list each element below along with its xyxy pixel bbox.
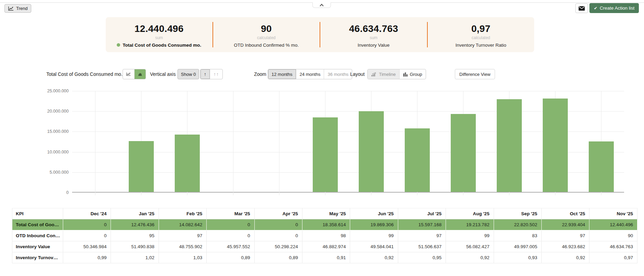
table-value-cell: 0 [63,230,111,241]
up-arrow-icon: ↑ [204,71,206,77]
table-value-cell: 99 [446,230,494,241]
y-axis-tick-label: 5.000.000 [0,170,69,175]
chart-type-line-button[interactable] [123,69,134,79]
table-value-cell: 46.634.763 [589,241,637,252]
kpi-value: 12.440.496 [135,23,184,34]
kpi-summary-band: 12.440.496 sum Total Cost of Goods Consu… [106,17,534,52]
table-value-cell: 51.490.838 [111,241,159,252]
y-axis-tick-label: 20.000.000 [0,108,69,114]
table-value-cell: 0,91 [302,252,350,263]
layout-toggle: Timeline Group [367,69,426,79]
layout-group-label: Group [410,72,422,77]
table-value-cell: 95 [111,230,159,241]
chart-type-toggle [123,69,146,79]
month-column-header: Sep '25 [494,208,541,219]
table-row: OTD Inbound Confirmed % mo.0959700989997… [12,230,637,241]
table-header-row: KPIDec '24Jan '25Feb '25Mar '25Apr '25Ma… [12,208,637,219]
trend-button-label: Trend [16,6,27,11]
chart-bar[interactable] [497,99,522,192]
y-axis-tick-label: 10.000.000 [0,149,69,155]
table-value-cell: 49.997.005 [494,241,541,252]
table-value-cell: 97 [542,230,589,241]
series-color-dot-icon [117,43,120,47]
kpi-column-header: KPI [12,208,63,219]
double-up-arrow-icon: ↑↑ [214,71,219,77]
kpi-card-inventory-value[interactable]: 46.634.763 sum Inventory Value [320,17,427,52]
kpi-card-total-cost[interactable]: 12.440.496 sum Total Cost of Goods Consu… [106,17,212,52]
chart-bar[interactable] [359,111,384,192]
table-value-cell: 12.476.436 [111,219,159,230]
table-value-cell: 19.213.782 [446,219,494,230]
table-value-cell: 14.082.642 [159,219,206,230]
chart-bar[interactable] [451,114,476,192]
kpi-card-otd-inbound[interactable]: 90 calculated OTD Inbound Confirmed % mo… [213,17,320,52]
table-value-cell: 98 [302,230,350,241]
chart-bar[interactable] [543,99,568,192]
zoom-option-12-months[interactable]: 12 months [268,69,296,79]
table-row: Inventory Value50.346.98451.490.83848.75… [12,241,637,252]
table-value-cell: 1,02 [111,252,159,263]
table-value-cell: 50.298.224 [254,241,302,252]
kpi-card-inventory-turnover[interactable]: 0,97 calculated Inventory Turnover Ratio [428,17,534,52]
chart-bar[interactable] [589,141,614,192]
email-button[interactable] [575,3,588,13]
kpi-name-cell[interactable]: Total Cost of Goods Consumed mo. [12,219,63,230]
table-value-cell: 1,03 [159,252,206,263]
table-value-cell: 0,89 [254,252,302,263]
kpi-name-cell[interactable]: Inventory Value [12,241,63,252]
kpi-name-cell[interactable]: OTD Inbound Confirmed % mo. [12,230,63,241]
zoom-option-24-months[interactable]: 24 months [296,69,324,79]
kpi-name: Inventory Value [358,43,390,48]
chart-type-bar-button[interactable] [134,69,146,79]
y-axis-tick-label: 0 [0,190,69,195]
zoom-label: Zoom [254,69,266,79]
create-action-list-button[interactable]: ✔ Create Action list [589,3,639,13]
h-gridline [72,172,624,173]
show-zero-button[interactable]: Show 0 [177,69,199,79]
table-value-cell: 46.923.682 [542,241,589,252]
table-value-cell: 97 [398,230,446,241]
layout-timeline-button[interactable]: Timeline [368,69,399,79]
table-value-cell: 0 [207,230,254,241]
table-value-cell: 0 [254,230,302,241]
line-chart-icon [8,6,14,11]
table-value-cell: 22.820.502 [494,219,541,230]
difference-view-button[interactable]: Difference View [455,69,495,79]
kpi-name-cell[interactable]: Inventory Turnover Ratio [12,252,63,263]
single-axis-button[interactable]: ↑ [200,69,210,79]
zoom-option-36-months[interactable]: 36 months [324,69,352,79]
kpi-method: calculated [472,35,490,40]
month-column-header: Jun '25 [350,208,398,219]
trend-button[interactable]: Trend [4,4,31,13]
chart-bar[interactable] [129,141,154,192]
table-value-cell: 90 [589,230,637,241]
layout-timeline-label: Timeline [379,72,396,77]
chart-bar[interactable] [175,135,200,192]
table-value-cell: 45.957.552 [207,241,254,252]
check-icon: ✔ [594,6,597,10]
table-value-cell: 15.597.168 [398,219,446,230]
month-column-header: Jul '25 [398,208,446,219]
month-column-header: Mar '25 [207,208,254,219]
line-chart-icon [126,72,131,77]
month-column-header: Nov '25 [589,208,637,219]
layout-label: Layout [350,69,365,79]
table-row: Total Cost of Goods Consumed mo.012.476.… [12,219,637,230]
dual-axis-button[interactable]: ↑↑ [210,69,222,79]
table-value-cell: 51.506.637 [398,241,446,252]
month-column-header: Jan '25 [111,208,159,219]
bar-chart: 05.000.00010.000.00015.000.00020.000.000… [0,85,644,198]
kpi-value: 0,97 [471,23,491,34]
kpi-method: calculated [257,35,276,40]
chart-bar[interactable] [313,117,338,192]
table-value-cell: 19.869.306 [350,219,398,230]
kpi-value: 46.634.763 [349,23,398,34]
table-value-cell: 22.939.404 [542,219,589,230]
collapse-panel-tab[interactable] [312,2,331,8]
kpi-method: sum [370,35,378,40]
chart-bar[interactable] [405,128,430,192]
layout-group-button[interactable]: Group [399,69,426,79]
kpi-table: KPIDec '24Jan '25Feb '25Mar '25Apr '25Ma… [12,208,637,263]
bar-chart-icon [138,72,142,77]
table-value-cell: 0 [254,219,302,230]
